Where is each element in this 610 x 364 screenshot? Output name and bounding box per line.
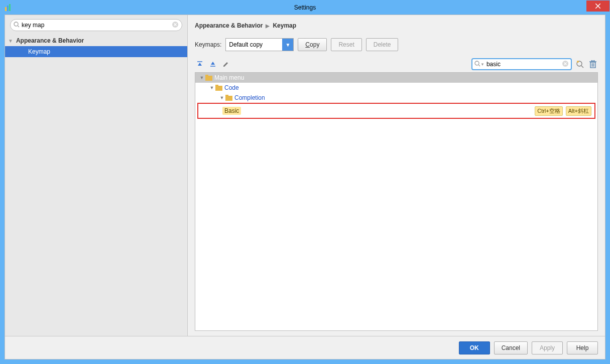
window-title: Settings <box>1 4 609 11</box>
help-button[interactable]: Help <box>567 341 598 354</box>
svg-rect-28 <box>591 60 594 61</box>
chevron-down-icon: ▼ <box>208 85 215 90</box>
sidebar-group-label: Appearance & Behavior <box>16 37 84 44</box>
keymap-tree[interactable]: ▼ Main menu ▼ Code ▼ Completion Basic <box>195 72 598 331</box>
chevron-down-icon: ▼ <box>218 95 225 100</box>
svg-point-22 <box>577 61 579 63</box>
svg-marker-14 <box>223 62 228 67</box>
chevron-right-icon: ▶ <box>266 23 270 29</box>
settings-search[interactable] <box>10 19 182 31</box>
settings-main: Appearance & Behavior ▶ Keymap Keymaps: … <box>188 15 605 359</box>
app-icon <box>4 3 14 13</box>
svg-marker-11 <box>198 63 202 66</box>
clear-search-icon[interactable] <box>172 21 179 30</box>
dialog-buttons: OK Cancel Apply Help <box>5 336 605 359</box>
breadcrumb-part: Appearance & Behavior <box>195 22 263 29</box>
settings-sidebar: ▼ Appearance & Behavior Keymap <box>5 15 188 359</box>
tree-node-completion[interactable]: ▼ Completion <box>195 93 597 103</box>
breadcrumb: Appearance & Behavior ▶ Keymap <box>195 20 598 31</box>
keymaps-selected: Default copy <box>229 41 263 48</box>
reset-button: Reset <box>331 38 361 51</box>
svg-point-15 <box>475 61 479 65</box>
svg-rect-1 <box>7 6 9 11</box>
tree-label: Code <box>224 84 239 91</box>
settings-search-input[interactable] <box>22 22 172 29</box>
breadcrumb-part: Keymap <box>273 22 296 29</box>
svg-rect-2 <box>9 4 11 11</box>
folder-icon <box>205 75 212 81</box>
ok-button[interactable]: OK <box>459 341 490 354</box>
svg-rect-32 <box>215 85 218 87</box>
tree-action-basic[interactable]: Basic Ctrl+空格 Alt+斜杠 <box>197 103 595 119</box>
svg-rect-34 <box>225 95 228 97</box>
titlebar: Settings <box>1 1 609 15</box>
chevron-down-icon: ▼ <box>8 38 13 44</box>
folder-icon <box>225 95 232 101</box>
window-close-button[interactable] <box>586 1 609 12</box>
chevron-down-icon: ▼ <box>282 39 293 51</box>
folder-icon <box>215 85 222 91</box>
svg-marker-12 <box>211 62 215 65</box>
action-search-input[interactable] <box>485 61 562 68</box>
cancel-button[interactable]: Cancel <box>494 341 528 354</box>
delete-button: Delete <box>366 38 399 51</box>
sidebar-item-keymap[interactable]: Keymap <box>5 46 187 57</box>
search-icon <box>14 22 20 29</box>
keymaps-select[interactable]: Default copy ▼ <box>225 38 294 51</box>
tree-node-main-menu[interactable]: ▼ Main menu <box>195 73 597 83</box>
tree-label: Completion <box>234 94 265 101</box>
tree-node-code[interactable]: ▼ Code <box>195 83 597 93</box>
copy-button[interactable]: Copy <box>298 38 327 51</box>
action-search[interactable]: ▼ <box>471 58 572 70</box>
chevron-down-icon[interactable]: ▼ <box>480 62 484 67</box>
expand-all-icon[interactable] <box>195 59 205 69</box>
find-by-shortcut-icon[interactable] <box>575 59 585 69</box>
search-icon <box>474 61 480 68</box>
action-name: Basic <box>222 107 241 115</box>
sidebar-item-label: Keymap <box>28 48 50 55</box>
clear-search-icon[interactable] <box>562 60 569 69</box>
svg-rect-0 <box>5 7 7 11</box>
svg-line-6 <box>18 26 19 27</box>
shortcut-badge: Alt+斜杠 <box>566 106 591 116</box>
apply-button: Apply <box>532 341 563 354</box>
svg-line-21 <box>581 66 583 68</box>
chevron-down-icon: ▼ <box>198 75 205 80</box>
tree-label: Main menu <box>214 74 244 81</box>
trash-icon[interactable] <box>588 59 598 69</box>
shortcut-badge: Ctrl+空格 <box>535 106 563 116</box>
svg-line-16 <box>478 65 480 66</box>
svg-rect-30 <box>205 75 208 77</box>
keymaps-label: Keymaps: <box>195 41 221 48</box>
edit-icon[interactable] <box>221 59 231 69</box>
collapse-all-icon[interactable] <box>208 59 218 69</box>
svg-point-5 <box>14 22 18 26</box>
sidebar-group-appearance[interactable]: ▼ Appearance & Behavior <box>5 35 187 46</box>
